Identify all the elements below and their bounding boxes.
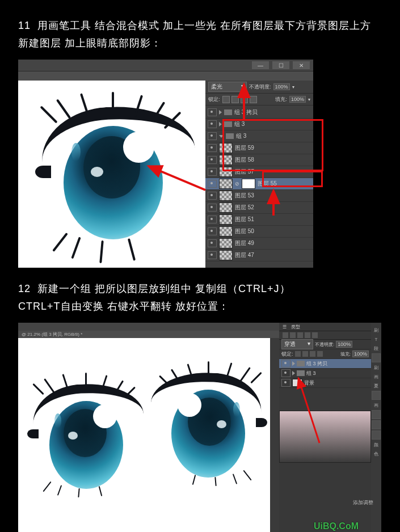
expand-icon[interactable] (219, 110, 222, 115)
visibility-icon[interactable] (281, 379, 290, 387)
lock-pixels-icon[interactable] (231, 96, 239, 103)
visibility-icon[interactable] (208, 108, 217, 116)
panel-tab-icon[interactable] (372, 420, 381, 429)
blend-mode-value: 穿透 (284, 340, 296, 348)
lock-icon[interactable] (302, 351, 308, 357)
panel-tab-icon[interactable]: 色 (372, 450, 380, 458)
layer-row-selected[interactable]: ⊘ 图层 55 (205, 178, 313, 190)
blend-mode-select[interactable]: 穿透 ▾ (281, 339, 313, 349)
layer-row[interactable]: 背景 (279, 378, 371, 388)
panel-tab-icon[interactable] (372, 391, 381, 400)
document-tab[interactable] (18, 71, 313, 81)
layer-row[interactable]: 图层 52 (205, 202, 313, 214)
chevron-down-icon[interactable]: ▾ (308, 97, 310, 102)
layer-name: 图层 47 (235, 251, 254, 259)
layer-row[interactable]: 图层 58 (205, 154, 313, 166)
panel-tab-icon[interactable]: T (372, 335, 380, 343)
panel-tab-label[interactable]: 类型 (291, 324, 300, 330)
step11-body: 用画笔工具 结合混合模式 加上一些光 在所有图层最下方背景图层上方新建图层 加上… (18, 20, 371, 49)
window-max-icon[interactable]: ☐ (272, 61, 289, 69)
layer-name: 图层 55 (258, 180, 277, 188)
lock-position-icon[interactable] (241, 96, 248, 103)
fill-value[interactable]: 100% (289, 96, 306, 103)
blend-mode-value: 柔光 (211, 83, 222, 91)
lock-icon[interactable] (310, 351, 315, 357)
layer-group-row[interactable]: 组 3 (205, 130, 313, 142)
blend-mode-select[interactable]: 柔光 ▾ (208, 82, 247, 92)
panel-tab-icon[interactable]: 刷 (372, 326, 380, 334)
visibility-icon[interactable] (208, 216, 217, 223)
color-swatch[interactable] (279, 411, 371, 463)
layer-row[interactable]: 图层 53 (205, 190, 313, 202)
layer-row[interactable]: 图层 57 (205, 166, 313, 178)
mask-link-icon[interactable]: ⊘ (235, 181, 239, 187)
layer-row[interactable]: 图层 51 (205, 214, 313, 226)
lock-icon[interactable] (295, 351, 301, 357)
document-tab[interactable]: @ 21.2% (组 3 拷贝, RGB/8) * (18, 331, 279, 338)
filter-icon[interactable] (312, 332, 318, 338)
layer-group-row[interactable]: 组 3 (279, 369, 371, 378)
visibility-icon[interactable] (208, 239, 217, 247)
fill-label: 填充: (340, 351, 351, 357)
visibility-icon[interactable] (208, 144, 217, 152)
expand-icon[interactable] (292, 371, 295, 375)
lock-all-icon[interactable] (250, 96, 257, 103)
visibility-icon[interactable] (208, 227, 217, 235)
filter-icon[interactable] (283, 332, 288, 338)
visibility-icon[interactable] (208, 204, 217, 212)
visibility-icon[interactable] (208, 251, 217, 259)
visibility-icon[interactable] (208, 168, 217, 176)
opacity-label: 不透明度: (249, 83, 271, 91)
expand-icon[interactable] (219, 122, 222, 126)
panel-tab-icon[interactable] (372, 353, 381, 362)
panel-tab-icon[interactable]: 画 (372, 401, 380, 409)
visibility-icon[interactable] (208, 156, 217, 164)
folder-icon (297, 361, 305, 366)
fill-value[interactable]: 100% (352, 351, 369, 357)
folder-icon (226, 133, 234, 139)
visibility-icon[interactable] (208, 192, 217, 200)
panel-tab-icon[interactable]: 段 (372, 344, 380, 352)
lock-fill-row: 锁定: 填充: 100% (279, 349, 371, 359)
layer-row[interactable]: 图层 47 (205, 250, 313, 261)
watermark: UiBQ.CoM (314, 521, 359, 531)
layer-row[interactable]: 图层 49 (205, 238, 313, 250)
filter-icon[interactable] (290, 332, 296, 338)
eye-illustration (35, 103, 188, 251)
step12-line1: 新建一个组 把所以图层放到组中 复制组（CTRL+J） (37, 283, 290, 294)
canvas-area[interactable] (18, 81, 205, 268)
expand-icon[interactable] (219, 135, 224, 138)
expand-icon[interactable] (292, 361, 295, 366)
filter-icon[interactable] (305, 332, 310, 338)
layer-thumb (292, 379, 302, 387)
chevron-down-icon[interactable]: ▾ (292, 85, 294, 90)
panel-tab-icon[interactable] (372, 430, 381, 440)
opacity-label: 不透明度: (315, 341, 334, 348)
visibility-icon[interactable] (281, 369, 290, 377)
visibility-icon[interactable] (208, 132, 217, 140)
visibility-icon[interactable] (281, 360, 290, 368)
panel-tab-icon[interactable]: 夏 (372, 382, 380, 390)
layer-row[interactable]: 图层 59 (205, 142, 313, 154)
layer-group-row[interactable]: 组 3 拷贝 (205, 107, 313, 119)
chevron-down-icon: ▾ (308, 340, 310, 348)
layer-group-row-selected[interactable]: 组 3 拷贝 (279, 359, 371, 369)
panel-tab-icon[interactable]: 画 (372, 373, 380, 381)
visibility-icon[interactable] (208, 180, 217, 188)
lock-icon[interactable] (317, 351, 323, 357)
panel-tab-icon[interactable] (372, 410, 381, 419)
panel-tab-row: ☰ 类型 (279, 323, 371, 331)
lock-transparent-icon[interactable] (222, 96, 230, 103)
panel-tab-icon[interactable]: 刷 (372, 364, 380, 371)
window-min-icon[interactable]: — (252, 61, 269, 69)
opacity-value[interactable]: 100% (336, 341, 352, 348)
panel-tab-icon[interactable]: 颜 (372, 441, 380, 449)
doc-title: @ 21.2% (组 3 拷贝, RGB/8) * (22, 331, 82, 337)
opacity-value[interactable]: 100% (273, 83, 290, 90)
canvas-area[interactable] (18, 338, 270, 532)
visibility-icon[interactable] (208, 120, 217, 128)
filter-icon[interactable] (297, 332, 303, 338)
layer-row[interactable]: 图层 50 (205, 226, 313, 238)
window-close-icon[interactable]: ✕ (293, 61, 310, 69)
layer-group-row[interactable]: 组 3 (205, 119, 313, 130)
